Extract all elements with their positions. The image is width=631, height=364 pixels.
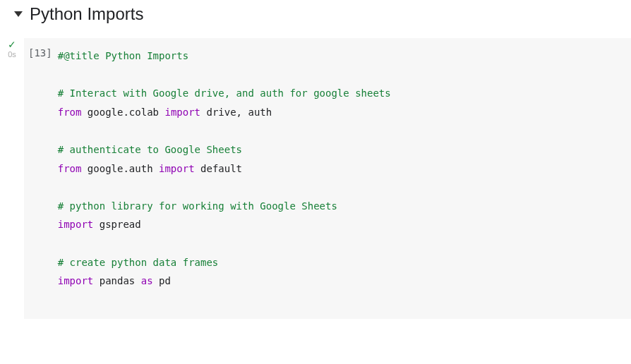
- code-comment: # Interact with Google drive, and auth f…: [58, 87, 391, 99]
- exec-count[interactable]: [13]: [24, 38, 58, 319]
- caret-down-icon[interactable]: [14, 11, 23, 17]
- code-ident: drive, auth: [200, 107, 272, 118]
- cell-body: [13] #@title Python Imports # Interact w…: [24, 38, 631, 319]
- code-comment: # create python data frames: [58, 257, 219, 268]
- code-comment: #@title Python Imports: [58, 50, 188, 61]
- code-ident: pandas: [93, 275, 140, 286]
- code-keyword: from: [58, 163, 82, 174]
- cell-gutter: ✓ 0s: [0, 38, 24, 319]
- code-ident: gspread: [93, 219, 140, 230]
- code-keyword: from: [58, 107, 82, 118]
- section-title: Python Imports: [30, 4, 143, 24]
- code-keyword: import: [58, 219, 94, 230]
- code-keyword: import: [159, 163, 195, 174]
- code-cell: ✓ 0s [13] #@title Python Imports # Inter…: [0, 28, 631, 319]
- code-comment: # authenticate to Google Sheets: [58, 144, 242, 155]
- code-comment: # python library for working with Google…: [58, 200, 337, 212]
- code-keyword: as: [141, 275, 153, 286]
- check-icon: ✓: [8, 40, 16, 49]
- code-ident: default: [195, 163, 242, 174]
- exec-time-label: 0s: [8, 51, 16, 59]
- code-ident: google.colab: [81, 107, 164, 118]
- code-keyword: import: [164, 107, 200, 118]
- code-ident: google.auth: [81, 163, 159, 174]
- code-editor[interactable]: #@title Python Imports # Interact with G…: [58, 38, 631, 319]
- code-ident: pd: [153, 275, 171, 286]
- section-header: Python Imports: [0, 0, 631, 28]
- code-keyword: import: [58, 275, 94, 286]
